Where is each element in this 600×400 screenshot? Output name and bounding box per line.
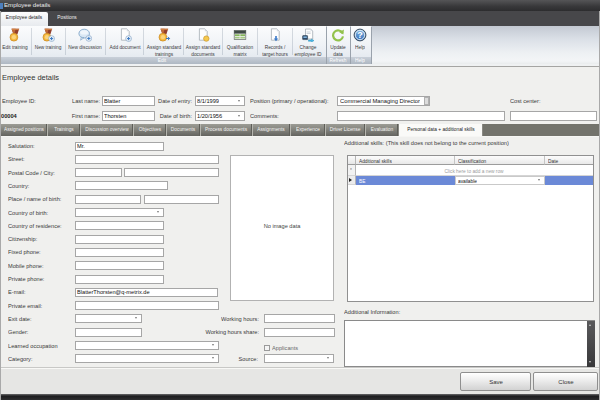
svg-text:?: ? [357,30,363,40]
